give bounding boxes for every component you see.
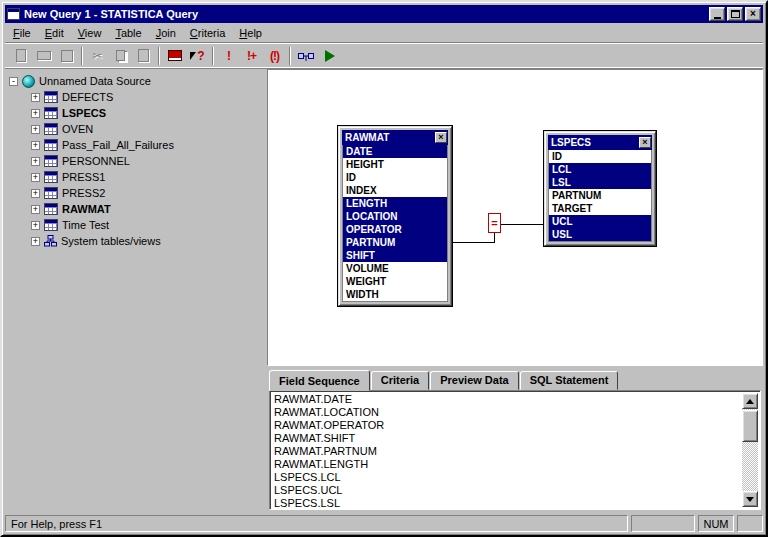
list-item[interactable]: RAWMAT.PARTNUM (274, 445, 740, 458)
field-row[interactable]: LSL (549, 176, 651, 189)
table-window-lspecs[interactable]: LSPECS × ID LCL LSL PARTNUM TARGET UCL U… (544, 131, 656, 246)
list-item[interactable]: RAWMAT.DATE (274, 393, 740, 406)
title-bar[interactable]: New Query 1 - STATISTICA Query × (5, 5, 763, 23)
table-window-rawmat[interactable]: RAWMAT × DATE HEIGHT ID INDEX LENGTH LOC… (338, 126, 452, 306)
menu-edit[interactable]: Edit (38, 25, 71, 41)
join-operator[interactable]: = (488, 213, 501, 233)
arrow-down-icon (746, 497, 754, 506)
tree-item-lspecs[interactable]: + LSPECS (7, 105, 267, 121)
close-icon[interactable]: × (435, 132, 447, 143)
list-item[interactable]: LSPECS.LSL (274, 497, 740, 510)
tree-item-rawmat[interactable]: + RAWMAT (7, 201, 267, 217)
field-row[interactable]: DATE (343, 145, 447, 158)
minimize-button[interactable] (709, 7, 725, 21)
context-help-icon: ? (190, 49, 204, 63)
scroll-up-button[interactable] (742, 393, 758, 409)
menu-criteria[interactable]: Criteria (183, 25, 232, 41)
maximize-button[interactable] (727, 7, 743, 21)
field-row[interactable]: LOCATION (343, 210, 447, 223)
field-row[interactable]: ID (549, 150, 651, 163)
tree-root[interactable]: - Unnamed Data Source (7, 73, 267, 89)
field-sequence-list[interactable]: RAWMAT.DATE RAWMAT.LOCATION RAWMAT.OPERA… (269, 390, 761, 510)
tree-item-defects[interactable]: + DEFECTS (7, 89, 267, 105)
field-row[interactable]: LENGTH (343, 197, 447, 210)
menu-file[interactable]: File (6, 25, 38, 41)
list-item[interactable]: RAWMAT.LOCATION (274, 406, 740, 419)
tab-field-sequence[interactable]: Field Sequence (269, 370, 370, 391)
menu-view[interactable]: View (71, 25, 109, 41)
vertical-scrollbar[interactable] (742, 393, 758, 507)
tab-criteria[interactable]: Criteria (371, 371, 430, 390)
field-row[interactable]: WEIGHT (343, 275, 447, 288)
open-button[interactable] (32, 45, 55, 67)
add-criteria-button[interactable]: !+ (240, 45, 263, 67)
menu-help[interactable]: Help (232, 25, 269, 41)
field-row[interactable]: OPERATOR (343, 223, 447, 236)
tree-item-press2[interactable]: + PRESS2 (7, 185, 267, 201)
cut-button[interactable]: ✂ (86, 45, 109, 67)
help-contents-button[interactable] (163, 45, 186, 67)
field-row[interactable]: USL (549, 228, 651, 241)
tree-item-press1[interactable]: + PRESS1 (7, 169, 267, 185)
tree-item-oven[interactable]: + OVEN (7, 121, 267, 137)
query-workspace: RAWMAT × DATE HEIGHT ID INDEX LENGTH LOC… (267, 69, 763, 512)
menu-join[interactable]: Join (149, 25, 183, 41)
field-row[interactable]: TARGET (549, 202, 651, 215)
expand-icon[interactable]: + (31, 221, 40, 230)
collapse-icon[interactable]: - (9, 77, 18, 86)
tree-item-time-test[interactable]: + Time Test (7, 217, 267, 233)
join-properties-button[interactable] (294, 45, 317, 67)
close-icon[interactable]: × (639, 137, 651, 148)
field-row[interactable]: UCL (549, 215, 651, 228)
table-titlebar[interactable]: RAWMAT × (342, 130, 448, 145)
expand-icon[interactable]: + (31, 205, 40, 214)
table-icon (44, 123, 58, 135)
expand-icon[interactable]: + (31, 157, 40, 166)
field-row[interactable]: ID (343, 171, 447, 184)
scroll-down-button[interactable] (742, 491, 758, 507)
menu-table[interactable]: Table (108, 25, 148, 41)
list-item[interactable]: LSPECS.UCL (274, 484, 740, 497)
copy-button[interactable] (109, 45, 132, 67)
tree-item-system-tables[interactable]: + System tables/views (7, 233, 267, 249)
field-row[interactable]: WIDTH (343, 288, 447, 301)
table-titlebar[interactable]: LSPECS × (548, 135, 652, 150)
field-row[interactable]: PARTNUM (343, 236, 447, 249)
field-row[interactable]: LCL (549, 163, 651, 176)
scrollbar-thumb[interactable] (742, 410, 758, 442)
close-button[interactable]: × (745, 7, 761, 21)
field-row[interactable]: INDEX (343, 184, 447, 197)
field-row[interactable]: SHIFT (343, 249, 447, 262)
tree-item-pass-fail[interactable]: + Pass_Fail_All_Failures (7, 137, 267, 153)
save-button[interactable] (55, 45, 78, 67)
or-criteria-button[interactable]: (!) (263, 45, 286, 67)
expand-icon[interactable]: + (31, 173, 40, 182)
toolbar-separator (289, 47, 291, 65)
expand-icon[interactable]: + (31, 93, 40, 102)
tree-item-personnel[interactable]: + PERSONNEL (7, 153, 267, 169)
new-button[interactable] (9, 45, 32, 67)
paste-button[interactable] (132, 45, 155, 67)
field-row[interactable]: HEIGHT (343, 158, 447, 171)
expand-icon[interactable]: + (31, 237, 40, 246)
tab-preview-data[interactable]: Preview Data (430, 371, 518, 390)
cut-icon: ✂ (92, 49, 102, 63)
field-row[interactable]: VOLUME (343, 262, 447, 275)
expand-icon[interactable]: + (31, 125, 40, 134)
field-row[interactable]: PARTNUM (549, 189, 651, 202)
run-query-button[interactable] (317, 45, 340, 67)
expand-icon[interactable]: + (31, 141, 40, 150)
list-item[interactable]: RAWMAT.LENGTH (274, 458, 740, 471)
status-message: For Help, press F1 (5, 515, 628, 532)
list-item[interactable]: RAWMAT.OPERATOR (274, 419, 740, 432)
expand-icon[interactable]: + (31, 189, 40, 198)
criteria-button[interactable]: ! (217, 45, 240, 67)
tree-item-label: System tables/views (61, 235, 161, 247)
table-icon (44, 171, 58, 183)
context-help-button[interactable]: ? (186, 45, 209, 67)
tab-sql-statement[interactable]: SQL Statement (520, 371, 619, 390)
join-diagram[interactable]: RAWMAT × DATE HEIGHT ID INDEX LENGTH LOC… (267, 69, 763, 366)
list-item[interactable]: LSPECS.LCL (274, 471, 740, 484)
expand-icon[interactable]: + (31, 109, 40, 118)
list-item[interactable]: RAWMAT.SHIFT (274, 432, 740, 445)
